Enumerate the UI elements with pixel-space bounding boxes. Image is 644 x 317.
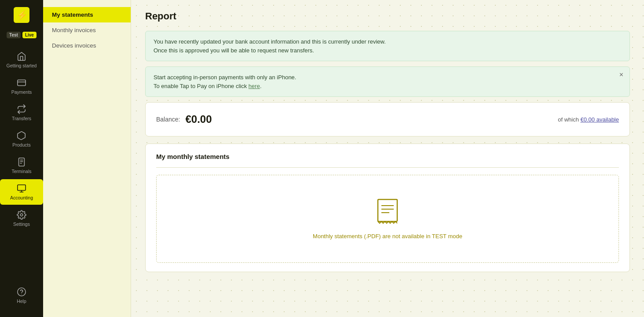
balance-right: of which €0.00 available <box>558 116 619 123</box>
receipt-icon <box>376 199 399 227</box>
sidebar-item-label: Accounting <box>10 195 33 200</box>
svg-point-12 <box>18 288 26 296</box>
sidebar-item-label: Settings <box>13 221 30 227</box>
sidebar-item-help[interactable]: Help <box>0 283 43 308</box>
balance-left: Balance: €0.00 <box>156 113 212 125</box>
sidebar-item-label: Getting started <box>7 63 37 68</box>
tap-to-pay-text1: Start accepting in-person payments with … <box>154 73 622 82</box>
svg-rect-2 <box>18 80 26 86</box>
sidebar-item-accounting[interactable]: Accounting <box>0 179 43 205</box>
statements-title: My monthly statements <box>156 153 619 160</box>
sidebar-item-label: Transfers <box>12 116 31 121</box>
sidebar-item-payments[interactable]: Payments <box>0 74 43 99</box>
sidebar-item-settings[interactable]: Settings <box>0 206 43 231</box>
main-content: Report You have recently updated your ba… <box>131 0 644 317</box>
sidebar-item-terminals[interactable]: Terminals <box>0 153 43 178</box>
tap-to-pay-alert: Start accepting in-person payments with … <box>145 66 630 97</box>
tap-to-pay-prefix: To enable Tap to Pay on iPhone click <box>154 83 249 89</box>
empty-state-text: Monthly statements (.PDF) are not availa… <box>313 233 462 240</box>
secondary-nav: My statements Monthly invoices Devices i… <box>43 0 131 317</box>
app-logo: ⚡ <box>12 5 31 25</box>
tap-to-pay-text2: To enable Tap to Pay on iPhone click her… <box>154 82 622 91</box>
sidebar-item-label: Products <box>12 142 30 147</box>
svg-rect-4 <box>19 158 25 166</box>
tap-to-pay-suffix: . <box>260 83 262 89</box>
bank-review-alert: You have recently updated your bank acco… <box>145 31 630 61</box>
secondary-nav-my-statements[interactable]: My statements <box>43 7 131 22</box>
sidebar-item-label: Payments <box>11 89 32 95</box>
svg-rect-8 <box>18 185 26 191</box>
close-tap-to-pay-button[interactable]: × <box>619 71 623 78</box>
svg-rect-14 <box>378 199 397 221</box>
available-balance-link[interactable]: €0.00 available <box>581 116 619 123</box>
bank-review-text1: You have recently updated your bank acco… <box>154 37 622 46</box>
test-tag[interactable]: Test <box>7 32 21 38</box>
sidebar-item-getting-started[interactable]: Getting started <box>0 47 43 73</box>
svg-text:⚡: ⚡ <box>17 10 28 20</box>
sidebar-item-products[interactable]: Products <box>0 126 43 152</box>
balance-amount: €0.00 <box>185 113 212 125</box>
sidebar-nav: Getting started Payments Transfers Produ… <box>0 47 43 283</box>
balance-card: Balance: €0.00 of which €0.00 available <box>145 102 630 136</box>
tap-to-pay-link[interactable]: here <box>249 83 260 89</box>
balance-label: Balance: <box>156 116 180 123</box>
secondary-nav-devices-invoices[interactable]: Devices invoices <box>43 38 131 53</box>
page-title: Report <box>145 11 630 22</box>
of-which-text: of which <box>558 116 579 123</box>
statements-divider <box>156 167 619 168</box>
secondary-nav-monthly-invoices[interactable]: Monthly invoices <box>43 22 131 38</box>
sidebar-item-label: Help <box>17 299 26 304</box>
empty-state: Monthly statements (.PDF) are not availa… <box>156 175 619 263</box>
live-tag[interactable]: Live <box>22 32 37 38</box>
svg-point-11 <box>20 214 23 216</box>
sidebar-item-label: Terminals <box>12 169 32 174</box>
sidebar-bottom: Help <box>0 283 43 312</box>
statements-card: My monthly statements Monthly statements… <box>145 144 630 272</box>
env-badge[interactable]: Test Live <box>7 32 37 38</box>
sidebar: ⚡ Test Live Getting started Payments Tra… <box>0 0 43 317</box>
sidebar-item-transfers[interactable]: Transfers <box>0 100 43 125</box>
bank-review-text2: Once this is approved you will be able t… <box>154 46 622 55</box>
